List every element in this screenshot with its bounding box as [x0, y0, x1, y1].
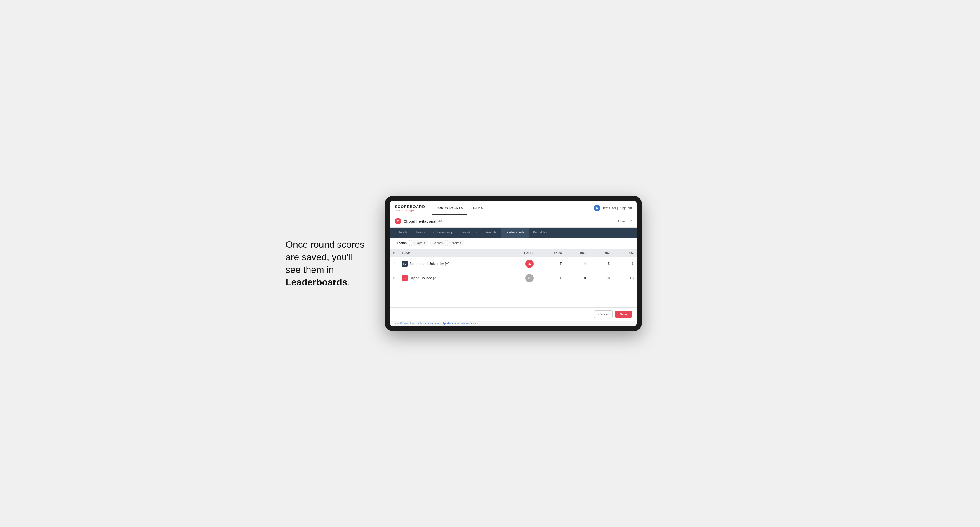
tab-results[interactable]: Results	[482, 228, 501, 238]
cell-thru: F	[536, 271, 565, 286]
nav-link-teams[interactable]: TEAMS	[467, 201, 487, 215]
tab-course-setup[interactable]: Course Setup	[429, 228, 457, 238]
cell-total: -5	[505, 257, 537, 271]
leaderboard-table: # TEAM TOTAL THRU RD1 RD2 RD3 1 SU	[390, 249, 636, 286]
tab-teams[interactable]: Teams	[412, 228, 429, 238]
cell-rd2: +5	[589, 257, 613, 271]
leaderboard-table-wrapper: # TEAM TOTAL THRU RD1 RD2 RD3 1 SU	[390, 249, 636, 307]
sub-tab-teams[interactable]: Teams	[394, 240, 410, 246]
cell-team-name: C Clippd College [A]	[399, 271, 505, 286]
nav-right: S Test User | Sign out	[593, 205, 632, 211]
logo-area: SCOREBOARD Powered by clippd	[395, 205, 425, 211]
tab-printables[interactable]: Printables	[529, 228, 551, 238]
cell-rd1: +8	[565, 271, 589, 286]
tab-leaderboards[interactable]: Leaderboards	[501, 228, 529, 238]
cell-rd1: -4	[565, 257, 589, 271]
sub-tab-scores[interactable]: Scores	[430, 240, 446, 246]
tournament-subtitle: (Men)	[438, 219, 447, 223]
user-name: Test User |	[603, 206, 617, 210]
sidebar-description: Once round scores are saved, you'll see …	[286, 238, 368, 289]
user-avatar: S	[593, 205, 600, 211]
cell-team-name: SU Scoreboard University [A]	[399, 257, 505, 271]
score-badge: +3	[525, 274, 533, 282]
tablet-frame: SCOREBOARD Powered by clippd TOURNAMENTS…	[385, 196, 642, 331]
col-team: TEAM	[399, 249, 505, 257]
footer-save-button[interactable]: Save	[615, 311, 632, 318]
tab-tee-groups[interactable]: Tee Groups	[457, 228, 482, 238]
cell-rank: 2	[390, 271, 399, 286]
top-nav: SCOREBOARD Powered by clippd TOURNAMENTS…	[390, 201, 636, 215]
col-rd3: RD3	[612, 249, 636, 257]
nav-links: TOURNAMENTS TEAMS	[432, 201, 487, 215]
cell-rd2: -8	[589, 271, 613, 286]
tournament-icon: C	[395, 218, 401, 224]
sub-tab-strokes[interactable]: Strokes	[447, 240, 464, 246]
cell-rd3: -6	[612, 257, 636, 271]
tournament-header: C Clippd Invitational (Men) Cancel ✕	[390, 215, 636, 228]
cell-total: +3	[505, 271, 537, 286]
close-icon: ✕	[629, 219, 632, 223]
team-logo: C	[402, 275, 408, 281]
tournament-cancel-button[interactable]: Cancel ✕	[618, 219, 632, 223]
col-total: TOTAL	[505, 249, 537, 257]
footer-cancel-button[interactable]: Cancel	[594, 311, 612, 318]
tab-details[interactable]: Details	[394, 228, 412, 238]
sign-out-link[interactable]: Sign out	[620, 206, 632, 210]
col-thru: THRU	[536, 249, 565, 257]
team-name: Clippd College [A]	[409, 276, 438, 280]
sub-tab-players[interactable]: Players	[411, 240, 428, 246]
col-rank: #	[390, 249, 399, 257]
url-bar: https://stage-blue-coach.stagescoeboard.…	[390, 321, 636, 326]
nav-link-tournaments[interactable]: TOURNAMENTS	[432, 201, 467, 215]
cell-rd3: +3	[612, 271, 636, 286]
app-footer: Cancel Save	[390, 307, 636, 321]
col-rd1: RD1	[565, 249, 589, 257]
team-logo: SU	[402, 261, 408, 267]
table-row: 1 SU Scoreboard University [A] -5 F -4 +…	[390, 257, 636, 271]
tournament-title: Clippd Invitational	[404, 219, 437, 224]
tab-bar: Details Teams Course Setup Tee Groups Re…	[390, 228, 636, 238]
logo-sub: Powered by clippd	[395, 209, 425, 211]
col-rd2: RD2	[589, 249, 613, 257]
sub-tab-bar: Teams Players Scores Strokes	[390, 238, 636, 249]
team-name: Scoreboard University [A]	[409, 262, 449, 266]
score-badge: -5	[525, 260, 533, 268]
logo-title: SCOREBOARD	[395, 205, 425, 209]
table-row: 2 C Clippd College [A] +3 F +8 -8 +3	[390, 271, 636, 286]
cell-thru: F	[536, 257, 565, 271]
tablet-screen: SCOREBOARD Powered by clippd TOURNAMENTS…	[390, 201, 636, 326]
cell-rank: 1	[390, 257, 399, 271]
